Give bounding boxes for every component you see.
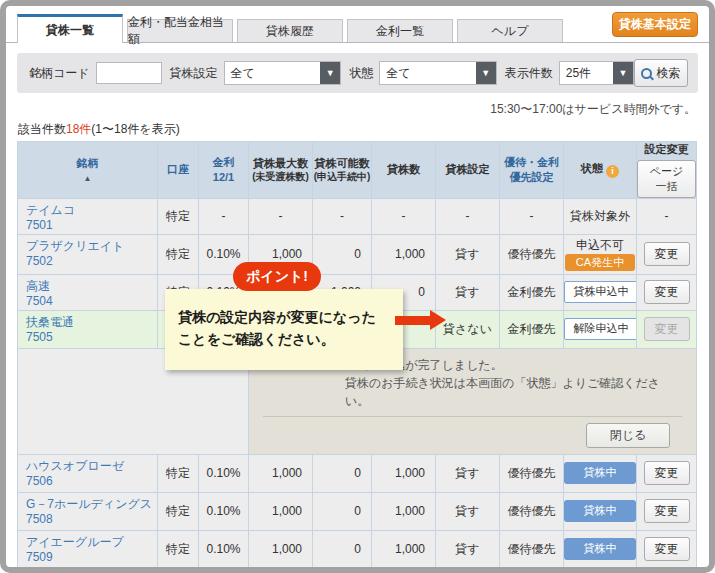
stock-name[interactable]: プラザクリエイト <box>26 239 153 254</box>
account-cell: 特定 <box>158 530 199 568</box>
change-cell: 変更 <box>637 568 697 573</box>
tab-interest-list[interactable]: 金利一覧 <box>347 19 453 42</box>
max-qty-cell: 1,000 <box>249 530 313 568</box>
available-qty-cell: 0 <box>313 568 372 573</box>
status-badge: 貸株中 <box>564 462 636 483</box>
header-lend-setting: 貸株設定 <box>436 142 500 199</box>
stock-name-cell: G－7ホールディングス7508 <box>18 492 158 530</box>
table-row: ハウスオブローゼ7506特定0.10%1,00001,000貸す優待優先貸株中変… <box>18 454 697 492</box>
table-row: アイエーグループ7509特定0.10%1,00001,000貸す優待優先貸株中変… <box>18 530 697 568</box>
tab-interest-dividend[interactable]: 金利・配当金相当額 <box>127 19 233 42</box>
priority-cell: 優待優先 <box>500 530 564 568</box>
change-button[interactable]: 変更 <box>644 499 690 523</box>
change-button[interactable]: 変更 <box>644 461 690 485</box>
status-text: 貸株対象外 <box>564 208 636 225</box>
lend-setting-select[interactable]: 全て ▼ <box>224 61 342 85</box>
header-rate-line1: 金利 <box>199 155 248 170</box>
stock-name-cell: ハウスオブローゼ7506 <box>18 454 158 492</box>
change-cell: 変更 <box>637 454 697 492</box>
search-button[interactable]: 検索 <box>634 59 688 87</box>
status-badge: CA発生中 <box>565 254 635 271</box>
change-button[interactable]: 変更 <box>644 280 690 304</box>
header-rate: 金利 12/1 <box>199 142 249 199</box>
header-change-label: 設定変更 <box>637 142 696 157</box>
tab-help[interactable]: ヘルプ <box>457 19 563 42</box>
priority-cell: 金利優先 <box>500 274 564 310</box>
page-batch-button[interactable]: ページ一括 <box>637 160 696 198</box>
status-cell: 貸株中 <box>564 492 637 530</box>
lend-setting-label: 貸株設定 <box>170 65 218 82</box>
tab-lending-history[interactable]: 貸株履歴 <box>237 19 343 42</box>
change-cell: 変更 <box>637 234 697 274</box>
available-qty-cell: - <box>313 198 372 234</box>
status-filter-value: 全て <box>380 62 476 84</box>
table-row: たけびし7510特定0.10%1,00001,000貸す優待優先申込不可CA発生… <box>18 568 697 573</box>
change-button[interactable]: 変更 <box>644 242 690 266</box>
status-badge: 貸株中 <box>564 500 636 521</box>
stock-code: 7501 <box>26 218 153 233</box>
status-cell: 貸株中 <box>564 530 637 568</box>
tab-bar: 貸株一覧 金利・配当金相当額 貸株履歴 金利一覧 ヘルプ 貸株基本設定 <box>6 6 709 43</box>
status-cell: 解除申込中 <box>564 310 637 348</box>
stock-name-cell: テイムコ7501 <box>18 198 158 234</box>
header-priority-line1: 優待・金利 <box>500 155 563 170</box>
available-qty-cell: 0 <box>313 492 372 530</box>
status-select[interactable]: 全て ▼ <box>379 61 497 85</box>
table-header-row: 銘柄 ▲ 口座 金利 12/1 貸株最大数 (未受渡株数) 貸株可能数 (申込手… <box>18 142 697 199</box>
max-qty-cell: - <box>249 198 313 234</box>
header-rate-line2: 12/1 <box>199 170 248 185</box>
info-icon[interactable]: i <box>606 165 619 178</box>
stock-name[interactable]: G－7ホールディングス <box>26 497 153 512</box>
table-row: G－7ホールディングス7508特定0.10%1,00001,000貸す優待優先貸… <box>18 492 697 530</box>
available-qty-cell: 0 <box>313 454 372 492</box>
stock-name[interactable]: テイムコ <box>26 203 153 218</box>
stock-code: 7505 <box>26 330 153 345</box>
chevron-down-icon: ▼ <box>613 62 633 84</box>
stock-name[interactable]: 扶桑電通 <box>26 315 153 330</box>
callout-line1: 貸株の設定内容が変更になった <box>178 306 403 328</box>
rate-cell: - <box>199 198 249 234</box>
header-max-line1: 貸株最大数 <box>249 156 312 171</box>
sort-asc-icon: ▲ <box>18 175 157 183</box>
change-cell: 変更 <box>637 310 697 348</box>
filter-bar: 銘柄コード 貸株設定 全て ▼ 状態 全て ▼ 表示件数 25件 ▼ 検索 <box>17 53 698 93</box>
header-avail-line2: (申込手続中) <box>313 170 371 184</box>
change-button[interactable]: 変更 <box>644 537 690 561</box>
header-priority-line2: 優先設定 <box>500 170 563 185</box>
stock-name[interactable]: アイエーグループ <box>26 535 153 550</box>
status-cell: 貸株申込中 <box>564 274 637 310</box>
header-stock[interactable]: 銘柄 ▲ <box>18 142 158 199</box>
stock-code: 7502 <box>26 254 153 269</box>
header-change: 設定変更 ページ一括 <box>637 142 697 199</box>
table-row: プラザクリエイト7502特定0.10%1,00001,000貸す優待優先申込不可… <box>18 234 697 274</box>
stock-name-cell: 高速7504 <box>18 274 158 310</box>
change-cell: 変更 <box>637 530 697 568</box>
header-status: 状態i <box>564 142 637 199</box>
priority-cell: 優待優先 <box>500 492 564 530</box>
account-cell: 特定 <box>158 198 199 234</box>
available-qty-cell: 0 <box>313 530 372 568</box>
priority-cell: - <box>500 198 564 234</box>
stock-name[interactable]: ハウスオブローゼ <box>26 459 153 474</box>
header-max-line2: (未受渡株数) <box>249 170 312 184</box>
change-cell: 変更 <box>637 274 697 310</box>
priority-cell: 優待優先 <box>500 234 564 274</box>
stock-code: 7506 <box>26 474 153 489</box>
status-filter-label: 状態 <box>349 65 373 82</box>
close-button[interactable]: 閉じる <box>586 423 670 448</box>
lend-setting-cell: 貸す <box>436 568 500 573</box>
priority-cell: 優待優先 <box>500 454 564 492</box>
per-page-select[interactable]: 25件 ▼ <box>559 61 634 85</box>
stock-name-cell: たけびし7510 <box>18 568 158 573</box>
header-avail-line1: 貸株可能数 <box>313 156 371 171</box>
stock-name-cell: プラザクリエイト7502 <box>18 234 158 274</box>
lend-setting-value: 全て <box>225 62 321 84</box>
basic-settings-button[interactable]: 貸株基本設定 <box>612 12 698 37</box>
lend-qty-cell: 1,000 <box>372 492 436 530</box>
stock-code-input[interactable] <box>96 62 162 84</box>
lend-setting-cell: - <box>436 198 500 234</box>
available-qty-cell: 0 <box>313 234 372 274</box>
change-cell: 変更 <box>637 492 697 530</box>
tab-lending-list[interactable]: 貸株一覧 <box>17 14 123 43</box>
stock-name[interactable]: 高速 <box>26 279 153 294</box>
